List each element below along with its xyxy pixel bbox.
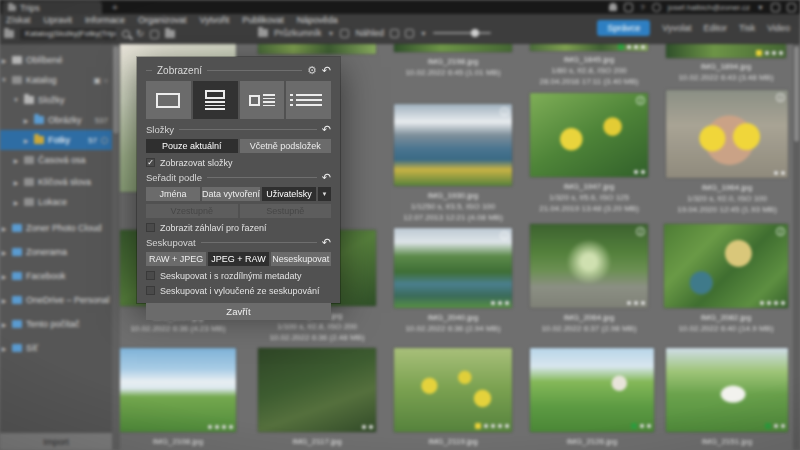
close-button[interactable]: Zavřít bbox=[146, 303, 331, 320]
rating-dot-icon[interactable] bbox=[641, 45, 645, 49]
group-different-metadata-label[interactable]: Seskupovat i s rozdílnými metadaty bbox=[160, 271, 302, 281]
rating-dot-icon[interactable] bbox=[781, 171, 785, 175]
expander-icon[interactable]: ▶ bbox=[12, 179, 20, 186]
rating-dot-icon[interactable] bbox=[498, 301, 502, 305]
green-label-icon[interactable] bbox=[765, 423, 771, 429]
photo-image[interactable] bbox=[530, 93, 648, 177]
eye-icon[interactable] bbox=[101, 137, 108, 144]
photo-thumbnail[interactable]: i bbox=[394, 104, 512, 186]
explorer-chevron-icon[interactable]: ▼ bbox=[328, 30, 335, 37]
new-tab-button[interactable]: + bbox=[108, 1, 122, 13]
rating-dot-icon[interactable] bbox=[229, 425, 233, 429]
show-sort-header-checkbox[interactable] bbox=[146, 223, 155, 232]
rating-dot-icon[interactable] bbox=[765, 51, 769, 55]
sort-dropdown-button[interactable]: ▼ bbox=[318, 187, 331, 201]
account-email[interactable]: josef.halbich@zoner.cz bbox=[668, 3, 750, 12]
rating-dot-icon[interactable] bbox=[222, 425, 226, 429]
yellow-label-icon[interactable] bbox=[475, 423, 481, 429]
photo-image[interactable] bbox=[394, 104, 512, 186]
photo-thumbnail[interactable] bbox=[394, 348, 512, 432]
sidebar-item-klicova-slova[interactable]: ▶ Klíčová slova bbox=[0, 172, 112, 192]
sidebar-item-slozky[interactable]: ▼ Složky bbox=[0, 90, 112, 110]
photo-image[interactable] bbox=[394, 228, 512, 308]
rating-dot-icon[interactable] bbox=[647, 424, 651, 428]
sidebar-item-lokace[interactable]: ▶ Lokace bbox=[0, 192, 112, 212]
photo-thumbnail[interactable] bbox=[666, 348, 788, 432]
rating-dot-icon[interactable] bbox=[634, 301, 638, 305]
reset-icon[interactable]: ↶ bbox=[322, 124, 331, 135]
expander-icon[interactable]: ▼ bbox=[0, 77, 8, 83]
rating-dot-icon[interactable] bbox=[215, 425, 219, 429]
chat-icon[interactable] bbox=[771, 3, 780, 12]
photo-thumbnail[interactable] bbox=[530, 348, 654, 432]
module-tisk[interactable]: Tisk bbox=[739, 23, 755, 33]
scrollbar-thumb[interactable] bbox=[113, 46, 119, 134]
rating-dot-icon[interactable] bbox=[491, 424, 495, 428]
rating-dot-icon[interactable] bbox=[505, 424, 509, 428]
photo-image[interactable] bbox=[666, 90, 788, 178]
sidebar-item-tento-pocitac[interactable]: ▶ Tento počítač bbox=[0, 314, 112, 334]
sort-by-name-button[interactable]: Jména bbox=[146, 187, 200, 201]
expander-icon[interactable]: ▶ bbox=[0, 297, 8, 304]
slider-knob[interactable] bbox=[471, 29, 479, 37]
rating-dot-icon[interactable] bbox=[627, 301, 631, 305]
reset-icon[interactable]: ↶ bbox=[322, 172, 331, 183]
photo-thumbnail[interactable] bbox=[258, 44, 376, 54]
photo-image[interactable] bbox=[530, 224, 648, 308]
photo-image[interactable] bbox=[258, 44, 376, 54]
sidebar-item-casova-osa[interactable]: ▶ Časová osa bbox=[0, 150, 112, 170]
rating-dot-icon[interactable] bbox=[779, 51, 783, 55]
group-excluded-checkbox[interactable] bbox=[146, 286, 155, 295]
expander-icon[interactable]: ▶ bbox=[12, 199, 20, 206]
group-excluded-label[interactable]: Seskupovat i vyloučené ze seskupování bbox=[160, 286, 320, 296]
group-jpeg-raw-button[interactable]: JPEG + RAW bbox=[208, 252, 268, 266]
photo-thumbnail[interactable] bbox=[530, 44, 648, 51]
rating-dot-icon[interactable] bbox=[498, 424, 502, 428]
monitor-icon[interactable] bbox=[150, 30, 159, 39]
rating-dot-icon[interactable] bbox=[640, 424, 644, 428]
expander-icon[interactable]: ▶ bbox=[0, 57, 8, 64]
photo-thumbnail[interactable]: i bbox=[666, 90, 788, 178]
rating-dot-icon[interactable] bbox=[641, 301, 645, 305]
sidebar-item-facebook[interactable]: ▶ Facebook bbox=[0, 266, 112, 286]
show-sort-header-label[interactable]: Zobrazit záhlaví pro řazení bbox=[160, 223, 267, 233]
photo-thumbnail[interactable]: i bbox=[530, 93, 648, 177]
rating-dot-icon[interactable] bbox=[627, 45, 631, 49]
open-folder-icon[interactable] bbox=[165, 30, 175, 38]
sidebar-item-onedrive[interactable]: ▶ OneDrive – Personal bbox=[0, 290, 112, 310]
photo-image[interactable] bbox=[394, 44, 512, 52]
photo-thumbnail[interactable]: i bbox=[530, 224, 648, 308]
sort-custom-button[interactable]: Uživatelsky bbox=[262, 187, 316, 201]
folders-current-only-button[interactable]: Pouze aktuální bbox=[146, 139, 238, 153]
rating-dot-icon[interactable] bbox=[781, 301, 785, 305]
rating-dot-icon[interactable] bbox=[760, 301, 764, 305]
rating-dot-icon[interactable] bbox=[634, 45, 638, 49]
rating-dot-icon[interactable] bbox=[781, 424, 785, 428]
reset-icon[interactable]: ↶ bbox=[322, 65, 331, 76]
path-input[interactable]: Katalog|Složky|Fotky|Trips bbox=[20, 28, 116, 40]
layout-chevron-icon[interactable]: ▼ bbox=[420, 30, 427, 37]
info-icon[interactable]: i bbox=[500, 107, 509, 116]
module-video[interactable]: Video bbox=[767, 23, 790, 33]
sidebar-scrollbar[interactable] bbox=[112, 44, 120, 450]
expander-icon[interactable]: ▶ bbox=[0, 345, 8, 352]
sidebar-item-oblibene[interactable]: ▶ Oblíbené bbox=[0, 50, 112, 70]
rating-dot-icon[interactable] bbox=[505, 301, 509, 305]
menu-vytvorit[interactable]: Vytvořit bbox=[200, 15, 230, 25]
show-folders-checkbox[interactable]: ✓ bbox=[146, 158, 155, 167]
rating-dot-icon[interactable] bbox=[641, 170, 645, 174]
share-icon[interactable] bbox=[390, 29, 399, 38]
photo-image[interactable] bbox=[394, 348, 512, 432]
rating-dot-icon[interactable] bbox=[767, 301, 771, 305]
rating-dot-icon[interactable] bbox=[369, 425, 373, 429]
info-icon[interactable]: i bbox=[636, 96, 645, 105]
expander-icon[interactable]: ▶ bbox=[0, 225, 8, 232]
grid-scrollbar[interactable] bbox=[793, 44, 800, 450]
rating-dot-icon[interactable] bbox=[491, 301, 495, 305]
folders-include-subfolders-button[interactable]: Včetně podsložek bbox=[240, 139, 332, 153]
search-icon[interactable] bbox=[122, 30, 130, 38]
photo-image[interactable] bbox=[666, 348, 788, 432]
photo-image[interactable] bbox=[258, 348, 376, 432]
photo-thumbnail[interactable]: i bbox=[394, 228, 512, 308]
yellow-label-icon[interactable] bbox=[756, 50, 762, 56]
